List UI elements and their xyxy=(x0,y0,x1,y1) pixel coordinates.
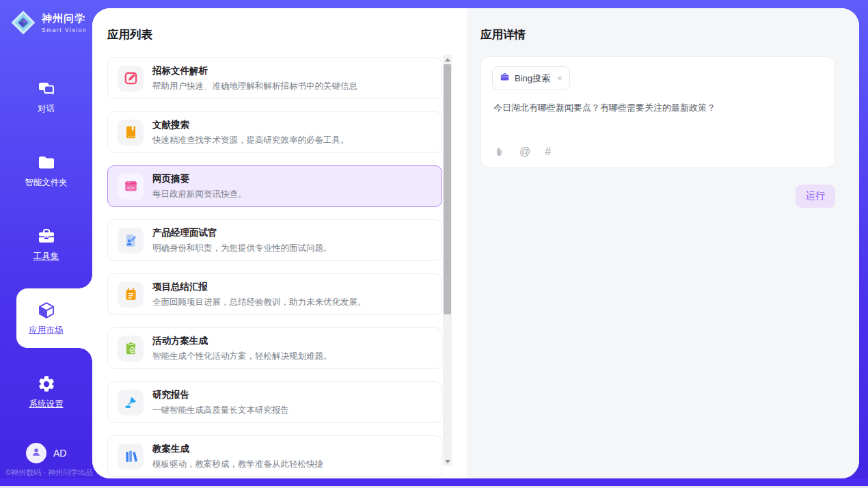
briefcase-icon xyxy=(500,72,510,85)
user-name: AD xyxy=(53,448,66,459)
app-card[interactable]: 招标文件解析帮助用户快速、准确地理解和解析招标书中的关键信息 xyxy=(107,57,442,99)
triangle-down-icon xyxy=(445,460,450,463)
app-card[interactable]: 项目总结汇报全面回顾项目进展，总结经验教训，助力未来优化发展。 xyxy=(107,273,442,315)
hash-icon[interactable]: # xyxy=(545,146,551,158)
edit-square-icon xyxy=(118,66,144,92)
app-card-name: 项目总结汇报 xyxy=(152,281,366,293)
prompt-input[interactable]: 今日湖北有哪些新闻要点？有哪些需要关注的最新政策？ xyxy=(493,102,822,114)
sidebar: 神州问学 Smart Vision 对话智能文件夹工具集应用市场系统设置 AD … xyxy=(0,0,92,478)
diamond-logo-icon xyxy=(10,9,37,36)
sidebar-item-label: 工具集 xyxy=(33,251,59,262)
gear-icon xyxy=(37,375,56,394)
app-card-name: 产品经理面试官 xyxy=(152,227,332,239)
app-card-description: 智能生成个性化活动方案，轻松解决规划难题。 xyxy=(152,351,332,362)
toolbox-icon xyxy=(37,227,56,246)
app-card-description: 快速精准查找学术资源，提高研究效率的必备工具。 xyxy=(152,135,349,146)
app-list-title: 应用列表 xyxy=(107,27,152,42)
chat-icon xyxy=(37,79,56,98)
app-card[interactable]: 教案生成模板驱动，教案秒成，教学准备从此轻松快捷 xyxy=(107,435,442,477)
ink-pen-icon xyxy=(118,390,144,416)
at-mention-icon[interactable]: @ xyxy=(519,146,530,158)
app-card-description: 模板驱动，教案秒成，教学准备从此轻松快捷 xyxy=(152,459,323,470)
app-card[interactable]: 文献搜索快速精准查找学术资源，提高研究效率的必备工具。 xyxy=(107,111,442,153)
run-button[interactable]: 运行 xyxy=(796,185,835,208)
app-card-text: 研究报告一键智能生成高质量长文本研究报告 xyxy=(152,389,289,416)
app-card[interactable]: 活动方案生成智能生成个性化活动方案，轻松解决规划难题。 xyxy=(107,327,442,369)
tool-tag-bing-search[interactable]: Bing搜索 × xyxy=(492,66,570,90)
interview-icon xyxy=(118,228,144,254)
svg-text:</>: </> xyxy=(126,185,134,190)
app-detail-panel: 应用详情 Bing搜索 × 今日湖北有哪些新闻要点？有哪些需要关注的最新政策？ … xyxy=(467,8,859,478)
app-card-description: 每日政府新闻资讯快查。 xyxy=(152,189,247,200)
browser-code-icon: </> xyxy=(118,174,144,200)
app-card-name: 教案生成 xyxy=(152,443,323,455)
app-card-name: 网页摘要 xyxy=(152,173,247,185)
app-card[interactable]: 产品经理面试官明确身份和职责，为您提供专业性的面试问题。 xyxy=(107,219,442,261)
sidebar-item-toolset[interactable]: 工具集 xyxy=(0,219,92,271)
cube-icon xyxy=(37,301,56,320)
user-account[interactable]: AD xyxy=(26,443,66,463)
scrollbar[interactable] xyxy=(443,55,452,466)
paperclip-icon[interactable] xyxy=(493,146,505,158)
brand-subtitle: Smart Vision xyxy=(42,27,87,33)
main-content: 应用列表 招标文件解析帮助用户快速、准确地理解和解析招标书中的关键信息文献搜索快… xyxy=(92,8,859,478)
app-card[interactable]: 研究报告一键智能生成高质量长文本研究报告 xyxy=(107,381,442,423)
avatar xyxy=(26,443,46,463)
app-card-text: 网页摘要每日政府新闻资讯快查。 xyxy=(152,173,247,200)
bottom-accent-bar xyxy=(0,478,868,486)
sidebar-item-settings[interactable]: 系统设置 xyxy=(0,366,92,418)
sidebar-item-app-market[interactable]: 应用市场 xyxy=(0,293,92,344)
app-card-text: 产品经理面试官明确身份和职责，为您提供专业性的面试问题。 xyxy=(152,227,332,254)
app-card-list: 招标文件解析帮助用户快速、准确地理解和解析招标书中的关键信息文献搜索快速精准查找… xyxy=(107,57,442,477)
app-card-description: 全面回顾项目进展，总结经验教训，助力未来优化发展。 xyxy=(152,297,366,308)
clipboard-check-icon xyxy=(118,336,144,362)
book-icon xyxy=(118,120,144,146)
report-note-icon xyxy=(118,282,144,308)
app-card-text: 教案生成模板驱动，教案秒成，教学准备从此轻松快捷 xyxy=(152,443,323,470)
app-card-description: 帮助用户快速、准确地理解和解析招标书中的关键信息 xyxy=(152,81,357,92)
app-card-text: 活动方案生成智能生成个性化活动方案，轻松解决规划难题。 xyxy=(152,335,332,362)
sidebar-item-smart-folder[interactable]: 智能文件夹 xyxy=(0,145,92,197)
app-card-name: 文献搜索 xyxy=(152,119,349,131)
app-card-text: 招标文件解析帮助用户快速、准确地理解和解析招标书中的关键信息 xyxy=(152,65,357,92)
brand-name: 神州问学 xyxy=(42,12,87,25)
sidebar-item-chat[interactable]: 对话 xyxy=(0,71,92,123)
app-card-name: 研究报告 xyxy=(152,389,289,401)
app-card[interactable]: </>网页摘要每日政府新闻资讯快查。 xyxy=(107,165,442,207)
sidebar-nav: 对话智能文件夹工具集应用市场系统设置 xyxy=(0,71,92,418)
attachment-toolbar: @ # xyxy=(493,146,551,158)
books-icon xyxy=(118,444,144,470)
scrollbar-thumb[interactable] xyxy=(444,64,451,314)
app-card-description: 明确身份和职责，为您提供专业性的面试问题。 xyxy=(152,243,332,254)
app-card-text: 文献搜索快速精准查找学术资源，提高研究效率的必备工具。 xyxy=(152,119,349,146)
app-detail-title: 应用详情 xyxy=(480,27,526,42)
copyright-footer: ©神州数码 · 神州问学出品 xyxy=(5,467,92,478)
sidebar-item-label: 系统设置 xyxy=(29,398,64,410)
sidebar-item-label: 应用市场 xyxy=(29,325,64,336)
app-card-text: 项目总结汇报全面回顾项目进展，总结经验教训，助力未来优化发展。 xyxy=(152,281,366,308)
app-card-name: 活动方案生成 xyxy=(152,335,332,347)
scroll-up-button[interactable] xyxy=(443,55,452,64)
triangle-up-icon xyxy=(445,58,450,62)
sidebar-item-label: 对话 xyxy=(38,103,55,115)
prompt-card: Bing搜索 × 今日湖北有哪些新闻要点？有哪些需要关注的最新政策？ @ # xyxy=(480,56,835,168)
tool-tag-label: Bing搜索 xyxy=(515,72,550,85)
scroll-down-button[interactable] xyxy=(443,457,452,466)
sidebar-item-label: 智能文件夹 xyxy=(25,177,68,189)
close-icon[interactable]: × xyxy=(557,74,562,83)
app-card-description: 一键智能生成高质量长文本研究报告 xyxy=(152,405,289,416)
folder-icon xyxy=(37,153,56,172)
brand-logo: 神州问学 Smart Vision xyxy=(10,9,87,36)
person-icon xyxy=(30,446,42,461)
app-list-panel: 应用列表 招标文件解析帮助用户快速、准确地理解和解析招标书中的关键信息文献搜索快… xyxy=(92,8,467,478)
app-card-name: 招标文件解析 xyxy=(152,65,357,77)
